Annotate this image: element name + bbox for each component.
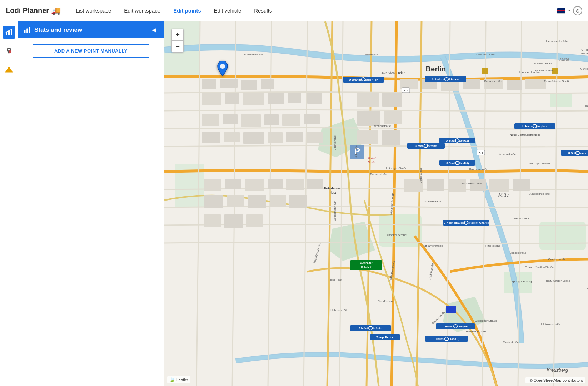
svg-rect-39 — [268, 132, 283, 143]
svg-text:Neue Gertraudenbrücke: Neue Gertraudenbrücke — [510, 133, 540, 137]
svg-text:Mühlendammbrücke: Mühlendammbrücke — [580, 67, 588, 70]
nav-edit-workspace[interactable]: Edit workspace — [118, 5, 167, 16]
svg-rect-15 — [379, 214, 422, 247]
svg-text:Potsdamer: Potsdamer — [324, 187, 341, 190]
svg-rect-63 — [248, 195, 266, 208]
svg-point-157 — [464, 221, 468, 224]
svg-rect-67 — [224, 214, 243, 228]
svg-text:Mitte: Mitte — [498, 192, 509, 198]
language-dropdown-arrow[interactable]: ▾ — [568, 9, 570, 13]
svg-text:U Prinzenstraße: U Prinzenstraße — [540, 323, 560, 326]
language-flag[interactable] — [557, 8, 565, 14]
app-logo: Lodi Planner 🚚 — [6, 6, 61, 15]
svg-rect-31 — [223, 114, 238, 124]
svg-text:Gitschiner Straße: Gitschiner Straße — [475, 319, 497, 322]
svg-text:Hallesche Str.: Hallesche Str. — [330, 308, 348, 312]
panel-collapse-button[interactable]: ◀ — [150, 26, 158, 34]
svg-text:Platz: Platz — [328, 191, 336, 194]
leaflet-attribution: 🍃 Leaflet — [167, 376, 190, 383]
sidebar-main-panel: Stats and review ◀ ADD A NEW POINT MANUA… — [18, 21, 164, 386]
svg-text:Puttkamerstraße: Puttkamerstraße — [422, 244, 443, 247]
svg-rect-8 — [26, 28, 28, 33]
nav-edit-vehicle[interactable]: Edit vehicle — [208, 5, 248, 16]
map-zoom-controls: + − — [171, 29, 184, 53]
main-nav: List workspace Edit workspace Edit point… — [69, 5, 557, 16]
svg-text:U Rotes: U Rotes — [581, 49, 588, 51]
panel-stats-icon — [24, 26, 31, 34]
svg-rect-30 — [202, 114, 219, 126]
svg-point-161 — [445, 337, 448, 341]
svg-rect-34 — [282, 114, 300, 126]
svg-text:Elise-Tilse: Elise-Tilse — [330, 278, 342, 281]
svg-text:Berlin: Berlin — [426, 65, 446, 73]
location-icon-btn[interactable]: ! — [3, 44, 15, 57]
sidebar: ! ! Stats and — [0, 21, 164, 386]
svg-rect-73 — [489, 179, 509, 192]
svg-point-156 — [533, 124, 537, 128]
svg-text:Zimmerstraße: Zimmerstraße — [423, 200, 441, 203]
svg-rect-61 — [204, 195, 223, 208]
svg-text:Bundesdruckerei: Bundesdruckerei — [529, 192, 550, 196]
svg-text:Krausenstraße: Krausenstraße — [469, 168, 488, 171]
svg-rect-7 — [24, 30, 26, 33]
svg-rect-70 — [427, 179, 444, 191]
svg-text:Franz. Künstler-Straße: Franz. Künstler-Straße — [545, 279, 570, 282]
svg-rect-29 — [307, 93, 322, 104]
map-container[interactable]: P Berlin Unter den Linden Mitte Kreuzber… — [164, 21, 588, 386]
svg-text:Fischerinsel: Fischerinsel — [585, 105, 588, 108]
svg-text:Oranienstraße: Oranienstraße — [548, 258, 567, 261]
svg-rect-68 — [246, 214, 263, 227]
svg-text:Liebknecht­brücke: Liebknecht­brücke — [546, 40, 569, 43]
svg-rect-40 — [286, 132, 303, 142]
svg-text:Unter den Linden: Unter den Linden — [380, 71, 405, 75]
svg-text:S Anhalter: S Anhalter — [360, 262, 373, 264]
header: Lodi Planner 🚚 List workspace Edit works… — [0, 0, 588, 21]
leaflet-leaf-icon: 🍃 — [169, 377, 175, 382]
header-right: ▾ ⊙ — [557, 6, 582, 15]
stats-icon-btn[interactable] — [3, 26, 15, 39]
svg-rect-53 — [357, 130, 378, 144]
zoom-out-button[interactable]: − — [172, 41, 183, 52]
add-point-button[interactable]: ADD A NEW POINT MANUALLY — [33, 44, 149, 58]
user-account-icon[interactable]: ⊙ — [573, 6, 582, 15]
svg-text:Bahnhof: Bahnhof — [361, 266, 372, 268]
svg-text:Rathaus: Rathaus — [581, 52, 588, 55]
svg-text:Franz. Künstler-Straße: Franz. Künstler-Straße — [525, 266, 554, 269]
svg-point-160 — [454, 325, 457, 328]
nav-edit-points[interactable]: Edit points — [167, 5, 208, 16]
svg-text:Tempelhofer: Tempelhofer — [376, 336, 393, 339]
nav-results[interactable]: Results — [248, 5, 278, 16]
svg-rect-66 — [204, 214, 221, 227]
svg-text:Kronenstraße: Kronenstraße — [374, 124, 391, 128]
svg-rect-60 — [307, 179, 323, 189]
svg-text:Stresemann Str.: Stresemann Str. — [333, 201, 337, 221]
svg-text:Jägerstraße: Jägerstraße — [419, 167, 422, 183]
panel-title: Stats and review — [34, 26, 82, 34]
svg-text:Französische Straße: Französische Straße — [544, 80, 570, 83]
osm-text: © OpenStreetMap contributors — [530, 378, 583, 382]
svg-text:Leipziger Straße: Leipziger Straße — [529, 162, 550, 165]
svg-rect-22 — [241, 80, 257, 90]
warning-icon-btn[interactable]: ! — [3, 63, 15, 76]
svg-rect-47 — [507, 80, 522, 90]
svg-point-158 — [445, 78, 448, 81]
zoom-in-button[interactable]: + — [172, 29, 183, 40]
svg-text:Am Jakobstr.: Am Jakobstr. — [513, 217, 530, 220]
leaflet-link[interactable]: Leaflet — [176, 378, 188, 382]
svg-rect-150 — [482, 68, 488, 74]
svg-text:Ritterstraße: Ritterstraße — [485, 244, 500, 247]
svg-text:Anhalter Straße: Anhalter Straße — [387, 233, 407, 237]
nav-list-workspace[interactable]: List workspace — [69, 5, 118, 16]
svg-point-152 — [362, 78, 365, 81]
svg-text:Moltof: Moltof — [368, 157, 376, 160]
svg-rect-35 — [304, 114, 320, 124]
svg-point-154 — [455, 161, 459, 165]
sidebar-content-area — [18, 64, 164, 386]
svg-rect-21 — [220, 79, 238, 88]
svg-text:!: ! — [8, 69, 9, 72]
svg-rect-36 — [202, 132, 220, 143]
svg-text:Kreuzberg: Kreuzberg — [547, 367, 568, 373]
svg-text:Schlossbrücke: Schlossbrücke — [534, 62, 553, 65]
svg-point-155 — [424, 144, 428, 148]
svg-point-159 — [576, 151, 579, 155]
